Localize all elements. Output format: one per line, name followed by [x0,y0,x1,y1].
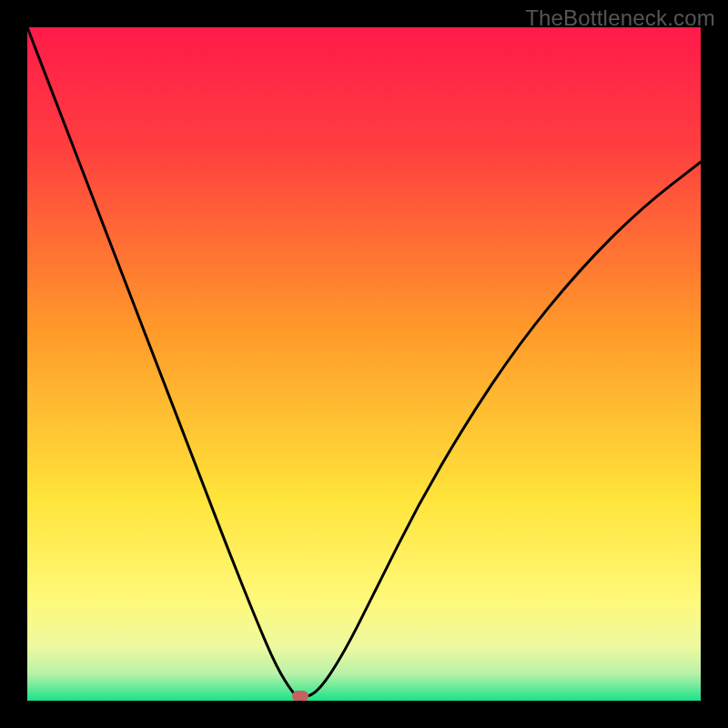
plot-area [27,27,701,701]
bottleneck-curve-path [27,27,701,696]
minimum-marker [292,691,308,701]
chart-frame: TheBottleneck.com [0,0,728,728]
watermark-text: TheBottleneck.com [525,5,715,31]
bottleneck-curve-svg [27,27,701,701]
